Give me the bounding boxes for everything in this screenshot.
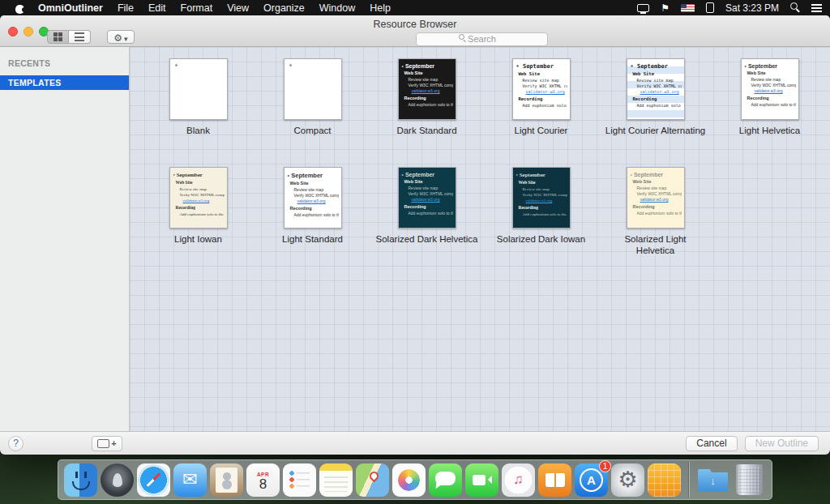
window-title: Resource Browser xyxy=(0,19,830,30)
trash-dock-icon[interactable] xyxy=(736,464,763,495)
outline-row: Web Site xyxy=(173,180,225,186)
grid-view-button[interactable] xyxy=(47,30,69,44)
pennant-flag-icon[interactable] xyxy=(661,2,670,14)
outline-preview: SeptemberWeb SiteReview site mapVerify W… xyxy=(513,59,570,119)
downloads-dock-icon[interactable] xyxy=(696,463,729,497)
template-thumbnail[interactable]: SeptemberWeb SiteReview site mapVerify W… xyxy=(627,167,685,229)
launchpad-dock-icon[interactable] xyxy=(101,463,134,497)
menu-bar-status-area: Sat 3:23 PM xyxy=(637,2,822,14)
outline-row: Recording xyxy=(631,96,682,103)
outline-preview: SeptemberWeb SiteReview site mapVerify W… xyxy=(627,59,684,119)
template-thumbnail[interactable]: SeptemberWeb SiteReview site mapVerify W… xyxy=(284,167,342,229)
menu-edit[interactable]: Edit xyxy=(148,2,166,14)
outline-row: Add euphonium solo to the mix xyxy=(402,102,453,108)
template-item[interactable]: SeptemberWeb SiteReview site mapVerify W… xyxy=(255,167,370,275)
outline-row: Add euphonium solo to the mix xyxy=(402,211,453,216)
search-input[interactable] xyxy=(416,32,548,46)
omnioutliner-dock-icon[interactable] xyxy=(648,463,681,497)
outline-preview: SeptemberWeb SiteReview site mapVerify W… xyxy=(742,59,798,119)
template-name: Light Helvetica xyxy=(739,125,800,136)
outline-row: Web Site xyxy=(516,71,567,78)
outline-row: Add euphonium solo to the mix xyxy=(631,103,682,109)
window-controls xyxy=(8,27,49,36)
template-item[interactable]: Compact xyxy=(255,58,370,167)
notification-center-icon[interactable] xyxy=(811,4,822,12)
template-thumbnail[interactable] xyxy=(284,58,342,120)
template-item[interactable]: SeptemberWeb SiteReview site mapVerify W… xyxy=(712,58,827,167)
sidebar-item-templates[interactable]: TEMPLATES xyxy=(0,75,129,90)
gear-icon xyxy=(113,30,122,45)
outline-row: Review site map xyxy=(516,186,567,192)
template-item[interactable]: SeptemberWeb SiteReview site mapVerify W… xyxy=(141,167,255,275)
list-view-button[interactable] xyxy=(69,30,91,44)
device-icon[interactable] xyxy=(706,2,714,13)
itunes-dock-icon[interactable] xyxy=(502,463,535,497)
new-outline-button[interactable]: New Outline xyxy=(745,436,819,451)
action-menu-button[interactable] xyxy=(107,30,135,44)
template-thumbnail[interactable]: SeptemberWeb SiteReview site mapVerify W… xyxy=(741,58,799,120)
template-item[interactable]: SeptemberWeb SiteReview site mapVerify W… xyxy=(598,58,712,167)
safari-dock-icon[interactable] xyxy=(137,463,170,497)
notes-dock-icon[interactable] xyxy=(319,463,353,497)
menu-organize[interactable]: Organize xyxy=(263,2,305,14)
photos-dock-icon[interactable] xyxy=(392,463,426,497)
calendar-dock-icon[interactable]: APR8 xyxy=(246,463,280,497)
contacts-dock-icon[interactable] xyxy=(210,463,243,497)
facetime-dock-icon[interactable] xyxy=(465,463,498,497)
template-item[interactable]: SeptemberWeb SiteReview site mapVerify W… xyxy=(484,58,598,167)
ibooks-dock-icon[interactable] xyxy=(538,463,571,497)
window-header: Resource Browser xyxy=(0,15,830,47)
spotlight-icon[interactable] xyxy=(790,2,800,13)
outline-row: Verify W3C XHTML compliance xyxy=(516,192,567,198)
outline-row: validator.w3.org xyxy=(631,89,682,95)
maps-dock-icon[interactable] xyxy=(356,463,389,497)
close-button[interactable] xyxy=(8,27,18,36)
sidebar-item-recents[interactable]: RECENTS xyxy=(0,55,129,71)
outline-row: Verify W3C XHTML compliance xyxy=(173,192,225,198)
template-thumbnail[interactable]: SeptemberWeb SiteReview site mapVerify W… xyxy=(512,58,571,120)
preferences-dock-icon[interactable] xyxy=(611,463,644,497)
outline-title: September xyxy=(402,172,453,177)
finder-dock-icon[interactable] xyxy=(64,463,97,497)
menu-format[interactable]: Format xyxy=(181,2,213,14)
template-item[interactable]: SeptemberWeb SiteReview site mapVerify W… xyxy=(370,58,484,167)
mail-dock-icon[interactable] xyxy=(173,463,207,497)
messages-dock-icon[interactable] xyxy=(429,463,462,497)
add-template-button[interactable] xyxy=(92,436,122,451)
grid-icon xyxy=(53,32,62,41)
outline-row: Review site map xyxy=(288,187,339,193)
list-icon xyxy=(75,32,84,41)
outline-preview: SeptemberWeb SiteReview site mapVerify W… xyxy=(513,168,570,228)
template-name: Solarized Dark Helvetica xyxy=(376,233,478,245)
help-button[interactable]: ? xyxy=(8,436,24,451)
template-name: Compact xyxy=(293,125,331,136)
template-thumbnail[interactable]: SeptemberWeb SiteReview site mapVerify W… xyxy=(398,167,456,229)
template-item[interactable]: SeptemberWeb SiteReview site mapVerify W… xyxy=(370,167,484,275)
appstore-dock-icon[interactable]: 1 xyxy=(575,463,608,497)
cancel-button[interactable]: Cancel xyxy=(686,436,737,451)
template-thumbnail[interactable]: SeptemberWeb SiteReview site mapVerify W… xyxy=(398,58,456,120)
app-menu-title[interactable]: OmniOutliner xyxy=(38,2,103,14)
template-item[interactable]: SeptemberWeb SiteReview site mapVerify W… xyxy=(598,167,712,275)
menu-file[interactable]: File xyxy=(118,2,134,14)
outline-title: September xyxy=(402,63,453,69)
airplay-display-icon[interactable] xyxy=(637,4,649,12)
template-item[interactable]: SeptemberWeb SiteReview site mapVerify W… xyxy=(484,167,598,275)
menu-window[interactable]: Window xyxy=(319,2,355,14)
menu-bar-clock[interactable]: Sat 3:23 PM xyxy=(725,2,779,14)
menu-help[interactable]: Help xyxy=(370,2,391,14)
outline-row: Web Site xyxy=(402,70,453,77)
template-thumbnail[interactable] xyxy=(169,58,228,120)
reminders-dock-icon[interactable] xyxy=(283,463,316,497)
minimize-button[interactable] xyxy=(24,27,33,36)
template-item[interactable]: Blank xyxy=(141,58,255,167)
template-thumbnail[interactable]: SeptemberWeb SiteReview site mapVerify W… xyxy=(627,58,685,120)
outline-row: validator.w3.org xyxy=(173,198,225,203)
template-thumbnail[interactable]: SeptemberWeb SiteReview site mapVerify W… xyxy=(512,167,571,229)
menu-view[interactable]: View xyxy=(227,2,249,14)
menu-bar-menus: FileEditFormatViewOrganizeWindowHelp xyxy=(118,2,391,14)
template-thumbnail[interactable]: SeptemberWeb SiteReview site mapVerify W… xyxy=(169,167,228,229)
us-flag-icon[interactable] xyxy=(681,4,695,12)
apple-menu-icon[interactable] xyxy=(15,2,25,14)
outline-title: September xyxy=(173,172,225,178)
